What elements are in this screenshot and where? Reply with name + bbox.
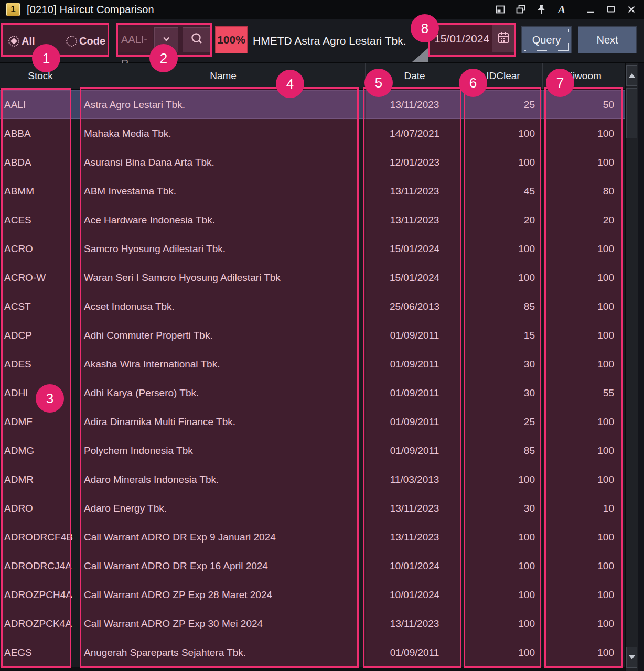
cell-kiwoom: 10 (543, 494, 625, 523)
table-row[interactable]: ADROZPCH4ACall Warrant ADRO ZP Exp 28 Ma… (0, 580, 625, 609)
cell-kiwoom: 20 (543, 205, 625, 234)
close-icon[interactable] (625, 3, 638, 16)
radio-selected-dot (10, 38, 17, 45)
cell-idclear: 25 (464, 407, 543, 436)
calendar-button[interactable] (492, 25, 514, 52)
cell-name: Astra Agro Lestari Tbk. (81, 90, 366, 119)
instrument-label[interactable]: HMETD Astra Agro Lestari Tbk. (253, 19, 406, 63)
cell-name: Akasha Wira International Tbk. (81, 350, 366, 378)
cell-stock: ACRO (0, 234, 81, 263)
cell-idclear: 85 (464, 436, 543, 465)
cell-idclear: 100 (464, 551, 543, 580)
cell-stock: ABMM (0, 177, 81, 205)
table-row[interactable]: ADMFAdira Dinamika Multi Finance Tbk.01/… (0, 407, 625, 436)
font-settings-icon[interactable]: A (555, 3, 568, 16)
cell-idclear: 100 (464, 263, 543, 292)
table-row[interactable]: ACROSamcro Hyosung Adilestari Tbk.15/01/… (0, 234, 625, 263)
table-row[interactable]: AALIAstra Agro Lestari Tbk.13/11/2023255… (0, 90, 625, 119)
cell-stock: ADROZPCH4A (0, 580, 81, 609)
col-header-kiwoom[interactable]: Kiwoom (543, 63, 625, 89)
scrollbar-thumb[interactable] (626, 88, 637, 138)
cell-name: Adaro Energy Tbk. (81, 494, 366, 523)
table-row[interactable]: ABBAMahaka Media Tbk.14/07/2021100100 (0, 119, 625, 148)
maximize-button[interactable] (605, 3, 617, 16)
cell-kiwoom: 100 (543, 609, 625, 638)
minimize-button[interactable] (584, 3, 597, 16)
cell-date: 13/11/2023 (366, 205, 464, 234)
scrollbar[interactable] (625, 63, 638, 671)
table-row[interactable]: ABMMABM Investama Tbk.13/11/20234580 (0, 177, 625, 205)
table-row[interactable]: ADMGPolychem Indonesia Tbk01/09/20118510… (0, 436, 625, 465)
cell-date: 01/09/2011 (366, 407, 464, 436)
col-header-date[interactable]: Date (366, 63, 464, 89)
radio-all[interactable]: All (8, 19, 35, 63)
cell-kiwoom: 100 (543, 321, 625, 350)
table-row[interactable]: ADCPAdhi Commuter Properti Tbk.01/09/201… (0, 321, 625, 350)
cell-name: Anugerah Spareparts Sejahtera Tbk. (81, 638, 366, 667)
arrow-down-icon (629, 655, 635, 659)
col-header-name[interactable]: Name (81, 63, 366, 89)
cell-kiwoom: 100 (543, 436, 625, 465)
cell-idclear: 30 (464, 350, 543, 378)
cell-name: Adira Dinamika Multi Finance Tbk. (81, 407, 366, 436)
table-row[interactable]: ADMRAdaro Minerals Indonesia Tbk.11/03/2… (0, 465, 625, 494)
radio-code-label: Code (79, 35, 105, 47)
cell-idclear: 30 (464, 378, 543, 407)
date-field[interactable]: 15/01/2024 (430, 25, 514, 52)
radio-code[interactable]: Code (66, 19, 105, 63)
cell-stock: ADHI (0, 378, 81, 407)
restore-layout-icon[interactable] (494, 3, 507, 16)
table-row[interactable]: ADRODRCF4BCall Warrant ADRO DR Exp 9 Jan… (0, 523, 625, 551)
cell-date: 15/01/2024 (366, 234, 464, 263)
cell-stock: ADMG (0, 436, 81, 465)
cell-idclear: 20 (464, 205, 543, 234)
table-row[interactable]: ADROZPCK4ACall Warrant ADRO ZP Exp 30 Me… (0, 609, 625, 638)
table-row[interactable]: ADHIAdhi Karya (Persero) Tbk.01/09/20113… (0, 378, 625, 407)
cell-date: 13/11/2023 (366, 609, 464, 638)
chevron-down-icon (160, 33, 173, 47)
cell-idclear: 100 (464, 148, 543, 177)
dropdown-grip-icon[interactable] (412, 48, 428, 62)
cell-kiwoom: 100 (543, 292, 625, 321)
cell-name: Waran Seri I Samcro Hyosung Adilestari T… (81, 263, 366, 292)
toolbar: All Code AALI-R 100% HMETD Astra Agro Le… (0, 19, 644, 63)
table-row[interactable]: ACESAce Hardware Indonesia Tbk.13/11/202… (0, 205, 625, 234)
symbol-input[interactable]: AALI-R (119, 27, 153, 52)
cell-kiwoom: 100 (543, 523, 625, 551)
next-button[interactable]: Next (578, 26, 637, 53)
symbol-dropdown-button[interactable] (154, 27, 178, 52)
cell-date: 01/09/2011 (366, 378, 464, 407)
titlebar: 1 [0210] Haircut Comparison A (0, 0, 644, 19)
cell-date: 14/07/2021 (366, 119, 464, 148)
cell-date: 11/03/2013 (366, 465, 464, 494)
col-header-idclear[interactable]: IDClear (464, 63, 543, 89)
table-row[interactable]: ACRO-WWaran Seri I Samcro Hyosung Adiles… (0, 263, 625, 292)
symbol-search-button[interactable] (183, 27, 211, 52)
cell-name: Polychem Indonesia Tbk (81, 436, 366, 465)
table-row[interactable]: ADRODRCJ4ACall Warrant ADRO DR Exp 16 Ap… (0, 551, 625, 580)
cell-idclear: 100 (464, 638, 543, 667)
cell-stock: ADRODRCF4B (0, 523, 81, 551)
cell-date: 01/09/2011 (366, 436, 464, 465)
table-row[interactable]: ADESAkasha Wira International Tbk.01/09/… (0, 350, 625, 378)
cell-name: Asuransi Bina Dana Arta Tbk. (81, 148, 366, 177)
query-button[interactable]: Query (521, 26, 572, 53)
pin-icon[interactable] (535, 3, 548, 16)
search-icon (189, 31, 204, 48)
col-header-stock[interactable]: Stock (0, 63, 81, 89)
table-row[interactable]: ABDAAsuransi Bina Dana Arta Tbk.12/01/20… (0, 148, 625, 177)
table-row[interactable]: ACSTAcset Indonusa Tbk.25/06/201385100 (0, 292, 625, 321)
scroll-up-button[interactable] (626, 65, 637, 86)
table-row[interactable]: ADROAdaro Energy Tbk.13/11/20233010 (0, 494, 625, 523)
haircut-percent-badge: 100% (215, 26, 248, 53)
cell-kiwoom: 100 (543, 638, 625, 667)
cascade-windows-icon[interactable] (514, 3, 527, 16)
cell-date: 10/01/2024 (366, 580, 464, 609)
table-row[interactable]: AEGSAnugerah Spareparts Sejahtera Tbk.01… (0, 638, 625, 667)
scroll-down-button[interactable] (626, 647, 637, 668)
date-value: 15/01/2024 (430, 25, 492, 52)
cell-name: Mahaka Media Tbk. (81, 119, 366, 148)
cell-name: Call Warrant ADRO ZP Exp 28 Maret 2024 (81, 580, 366, 609)
cell-stock: ACST (0, 292, 81, 321)
cell-kiwoom: 100 (543, 263, 625, 292)
